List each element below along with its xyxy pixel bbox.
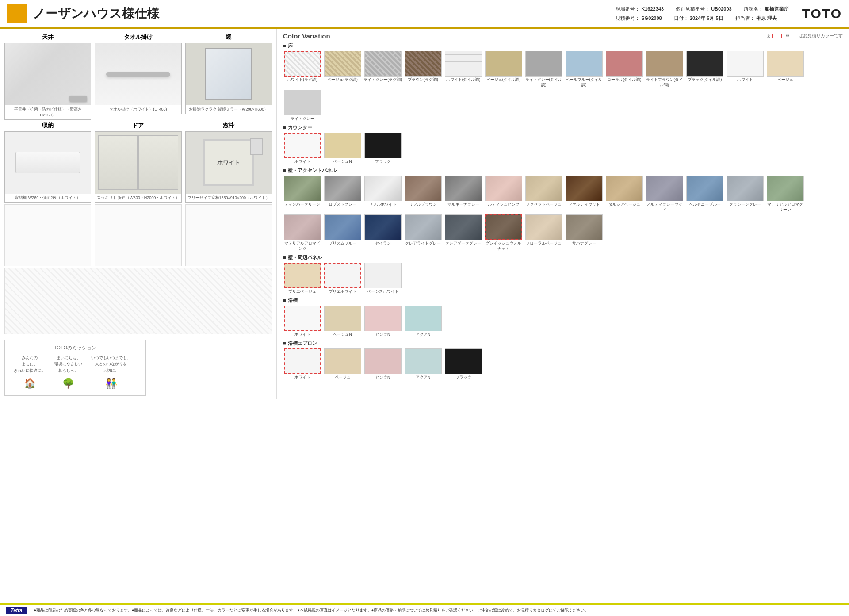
cv-note: ※ ※ はお見積りカラーです xyxy=(767,33,843,39)
genba-value: K1622343 xyxy=(641,6,664,11)
wa-item-wa1: ティンバーグリーン xyxy=(283,176,321,213)
mission-item-1: みんなのまちに、きれいに快適に。 🏠 xyxy=(14,355,46,391)
wa-item-wa4: リフルブラウン xyxy=(404,176,442,213)
cv-title: Color Variation xyxy=(283,32,330,40)
ceiling-title: 天井 xyxy=(42,33,54,41)
wa-item-wa15: プリズムブルー xyxy=(323,214,362,252)
shoka-label: 所課名： xyxy=(744,6,763,11)
kobetsu-value: UB02003 xyxy=(711,6,731,11)
bt-item-bt3: ピンクN xyxy=(363,306,402,337)
ap-item-ap3: ピンクN xyxy=(363,348,402,380)
floor-item-fw9: コーラル(タイル調) xyxy=(605,51,643,88)
bt-item-bt2: ベージュN xyxy=(323,306,362,337)
wa-item-wa13: マテリアルアロマグリーン xyxy=(766,176,804,213)
empty-cell-1 xyxy=(4,204,91,266)
tanto-value: 榊原 理央 xyxy=(756,15,777,21)
wa-item-wa16: セイラン xyxy=(363,214,402,252)
floor-item-fw4: ブラウン(ラグ調) xyxy=(404,51,442,88)
floor-item-fw10: ライトブラウン(タイル調) xyxy=(645,51,684,88)
counter-item-cnt3: ブラック xyxy=(363,133,402,165)
ap-item-ap5: ブラック xyxy=(444,348,482,380)
wall-perimeter-color-grid: プリエベージュ プリエホワイト ベーシスホワイト xyxy=(283,263,843,295)
header: ノーザンハウス様仕様 現場番号： K1622343 個別見積番号： UB0200… xyxy=(0,0,849,29)
bt-item-bt1: ホワイト xyxy=(283,306,321,337)
floor-item-fw14: ライトグレー xyxy=(283,90,321,122)
floor-color-grid: ホワイト(ラグ調) ベージュ(ラグ調) ライトグレー(ラグ調) ブラウン(ラグ調… xyxy=(283,51,843,122)
floor-item-fw13: ベージュ xyxy=(766,51,804,88)
wa-item-wa7: ファセットベージュ xyxy=(524,176,563,213)
mirror-title: 鏡 xyxy=(226,33,231,41)
floor-section-label: ■床 xyxy=(283,42,843,49)
wa-item-wa3: リフルホワイト xyxy=(363,176,402,213)
wa-item-wa10: ノルディグレーウッド xyxy=(645,176,684,213)
date-value: 2024年 6月 5日 xyxy=(690,15,723,21)
empty-cell-2 xyxy=(95,204,181,266)
counter-section-label: ■カウンター xyxy=(283,124,843,131)
floor-item-fw6: ベージュ(タイル調) xyxy=(484,51,523,88)
kobetsu-label: 個別見積番号： xyxy=(676,6,710,11)
wa-item-wa21: サバナグレー xyxy=(565,214,603,252)
wa-item-wa11: ヘルセニーブルー xyxy=(685,176,724,213)
door-title: ドア xyxy=(132,122,144,130)
door-image xyxy=(95,132,181,194)
mission-item-3: いつでもいつまでも、人とのつながりを大切に。 👫 xyxy=(91,355,131,391)
floor-item-fw12: ホワイト xyxy=(726,51,764,88)
counter-item-cnt1: ホワイト xyxy=(283,133,321,165)
mirror-caption: お掃除ラクラク 縦鏡ミラー（W298×H600） xyxy=(186,105,272,114)
floor-item-fw1: ホワイト(ラグ調) xyxy=(283,51,321,88)
wall-accent-color-grid: ティンバーグリーン ロブストグレー リフルホワイト リフルブラウン マルキーナグ… xyxy=(283,176,843,252)
section-door: ドア スッキリト 折戸（W800・H2000・ホワイト） xyxy=(95,122,181,203)
wa-item-wa17: クレアライトグレー xyxy=(404,214,442,252)
window-title: 窓枠 xyxy=(223,122,234,130)
storage-image xyxy=(5,132,91,194)
mission-item-2: まいにちも、環境にやさしい暮らしへ。 🌳 xyxy=(54,355,82,391)
ap-item-ap4: アクアN xyxy=(404,348,442,380)
header-accent-bar xyxy=(7,4,27,23)
mission-section: ── TOTOのミッション ── みんなのまちに、きれいに快適に。 🏠 まいにち… xyxy=(4,340,146,396)
date-label: 日付： xyxy=(674,15,688,21)
header-title: ノーザンハウス様仕様 xyxy=(33,5,616,22)
wa-item-wa5: マルキーナグレー xyxy=(444,176,482,213)
bathtub-color-grid: ホワイト ベージュN ピンクN アクアN xyxy=(283,306,843,337)
section-storage: 収納 収納棚 W260・側面2段（ホワイト） xyxy=(4,122,91,203)
header-info: 現場番号： K1622343 個別見積番号： UB02003 所課名： 船橋営業… xyxy=(616,4,789,23)
tanto-label: 担当者： xyxy=(735,15,755,21)
floor-item-fw2: ベージュ(ラグ調) xyxy=(323,51,362,88)
counter-color-grid: ホワイト ベージュN ブラック xyxy=(283,133,843,165)
floor-item-fw5: ホワイト(タイル調) xyxy=(444,51,482,88)
wa-item-wa6: ルティシュピンク xyxy=(484,176,523,213)
footer-brand: Tetra xyxy=(6,607,27,614)
storage-title: 収納 xyxy=(42,122,54,130)
wa-item-wa19: グレイッシュウォルナット xyxy=(484,214,523,252)
ap-item-ap1: ホワイト xyxy=(283,348,321,380)
storage-caption: 収納棚 W260・側面2段（ホワイト） xyxy=(5,194,91,202)
towel-image xyxy=(95,43,181,105)
wa-item-wa8: ファルティウッド xyxy=(565,176,603,213)
apron-color-grid: ホワイト ベージュ ピンクN アクアN ブラック xyxy=(283,348,843,380)
window-caption: フリーサイズ窓枠1550×910×200（ホワイト） xyxy=(186,194,272,202)
wall-perimeter-section-label: ■壁・周辺パネル xyxy=(283,254,843,261)
mission-title: ── TOTOのミッション ── xyxy=(14,344,137,351)
floor-item-fw7: ライトグレー(タイル調) xyxy=(524,51,563,88)
hatching-area xyxy=(4,268,272,334)
wp-item-wp1: プリエベージュ xyxy=(283,263,321,295)
towel-title: タオル掛け xyxy=(124,33,153,41)
bathtub-section-label: ■浴槽 xyxy=(283,297,843,304)
footer-disclaimer: ●商品は印刷のため実際の色と多少異なっております。●商品によっては、改良などによ… xyxy=(34,608,589,613)
wall-accent-section-label: ■壁・アクセントパネル xyxy=(283,167,843,174)
shoka-value: 船橋営業所 xyxy=(765,6,789,11)
floor-item-fw11: ブラック(タイル調) xyxy=(685,51,724,88)
wp-item-wp3: ベーシスホワイト xyxy=(363,263,402,295)
wa-item-wa18: クレアダークグレー xyxy=(444,214,482,252)
floor-item-fw3: ライトグレー(ラグ調) xyxy=(363,51,402,88)
genba-label: 現場番号： xyxy=(616,6,640,11)
toto-logo: TOTO xyxy=(802,6,842,21)
towel-caption: タオル掛け（ホワイト）(L=400) xyxy=(95,105,181,114)
apron-section-label: ■浴槽エプロン xyxy=(283,340,843,347)
floor-item-fw8: ペールブルー(タイル調) xyxy=(565,51,603,88)
bt-item-bt4: アクアN xyxy=(404,306,442,337)
section-ceiling: 天井 平天井（抗菌・防カビ仕様）（壁高さH2150） xyxy=(4,33,91,120)
window-image: ホワイト xyxy=(186,132,272,194)
footer: Tetra ●商品は印刷のため実際の色と多少異なっております。●商品によっては、… xyxy=(0,603,849,616)
wa-item-wa14: マテリアルアロマピンク xyxy=(283,214,321,252)
